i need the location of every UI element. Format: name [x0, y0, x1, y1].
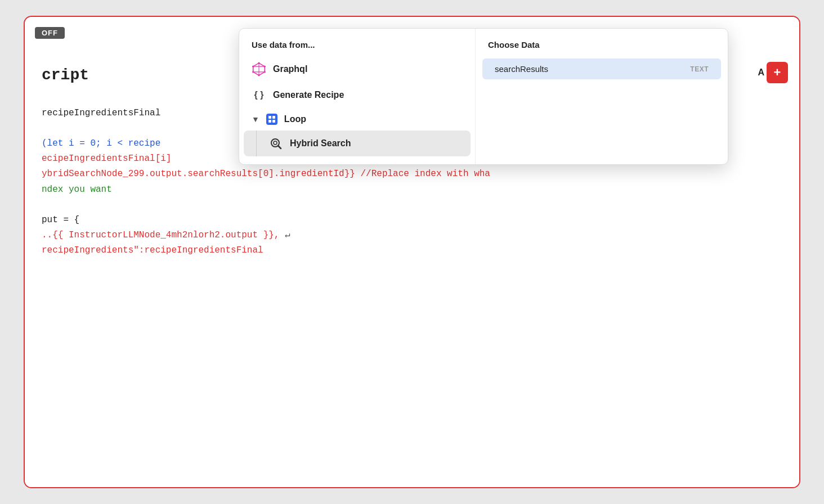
svg-rect-12 — [268, 120, 271, 123]
code-line: ybridSearchNode_299.output.searchResults… — [42, 166, 782, 182]
menu-item-generate-recipe[interactable]: { } Generate Recipe — [239, 82, 475, 108]
chevron-down-icon: ▼ — [252, 115, 259, 124]
menu-item-loop[interactable]: ▼ Loop — [239, 108, 475, 130]
left-panel: Use data from... Graphql — [239, 29, 476, 164]
code-line: ndex you want — [42, 182, 782, 197]
menu-item-label: Hybrid Search — [290, 138, 351, 148]
code-line — [42, 197, 782, 213]
main-container: OFF cript recipeIngredientsFinal (let i … — [24, 16, 800, 488]
menu-item-label: Graphql — [273, 64, 307, 74]
code-line: put = { — [42, 213, 782, 228]
off-badge: OFF — [35, 27, 65, 39]
graphql-icon — [252, 62, 266, 76]
menu-item-graphql[interactable]: Graphql — [239, 56, 475, 82]
hybrid-search-icon — [268, 136, 283, 151]
data-item-search-results[interactable]: searchResults TEXT — [482, 58, 721, 79]
right-panel-title: Choose Data — [476, 37, 728, 56]
svg-rect-11 — [272, 116, 275, 119]
add-label: A — [758, 62, 764, 83]
curly-braces-icon: { } — [252, 88, 266, 102]
data-item-type: TEXT — [690, 65, 709, 73]
add-button[interactable]: + — [767, 62, 788, 83]
data-source-dropdown: Use data from... Graphql — [239, 28, 728, 165]
svg-point-16 — [274, 141, 277, 145]
loop-icon — [266, 114, 277, 125]
svg-rect-10 — [268, 116, 271, 119]
code-line: ..{{ InstructorLLMNode_4mh2nlorh2.output… — [42, 228, 782, 243]
menu-item-hybrid-search[interactable]: Hybrid Search — [244, 130, 471, 156]
svg-rect-13 — [272, 120, 275, 123]
svg-line-15 — [278, 146, 281, 148]
data-item-name: searchResults — [495, 64, 548, 74]
right-panel: Choose Data searchResults TEXT — [476, 29, 728, 164]
left-panel-title: Use data from... — [239, 37, 475, 56]
menu-item-label: Generate Recipe — [273, 90, 344, 100]
code-line: recipeIngredients":recipeIngredientsFina… — [42, 243, 782, 258]
menu-item-label: Loop — [284, 114, 306, 124]
